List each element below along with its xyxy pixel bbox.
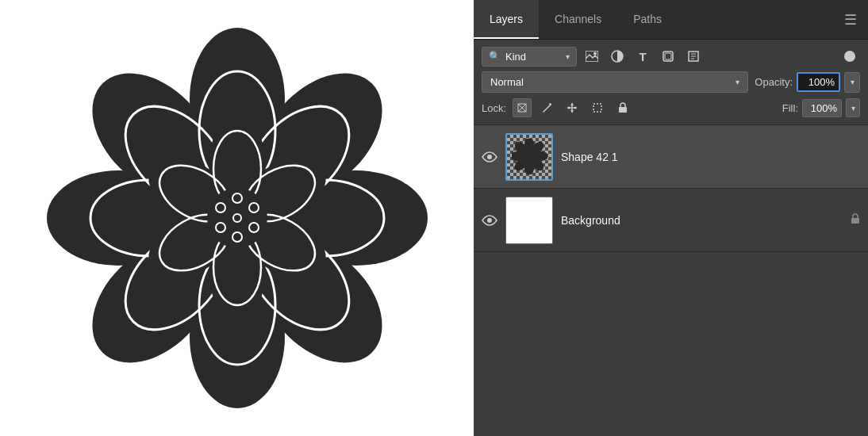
filter-adjustment-btn[interactable]: [607, 46, 628, 67]
opacity-input[interactable]: [797, 72, 840, 92]
layers-list: Shape 42 1 Background: [474, 125, 868, 436]
filter-shape-btn[interactable]: [658, 46, 678, 67]
kind-chevron: ▾: [566, 52, 570, 61]
lock-paint-btn[interactable]: [536, 98, 557, 118]
svg-rect-42: [665, 53, 671, 59]
opacity-label: Opacity:: [755, 76, 793, 88]
panel-menu-icon[interactable]: ☰: [833, 0, 868, 39]
svg-point-47: [549, 103, 551, 105]
filter-circle-btn[interactable]: [839, 46, 860, 67]
svg-rect-55: [619, 107, 627, 113]
svg-marker-50: [570, 103, 574, 105]
filter-text-btn[interactable]: T: [632, 46, 653, 67]
fill-section: Fill: ▾: [782, 98, 860, 117]
layer-thumbnail: [505, 133, 553, 181]
lock-artboard-btn[interactable]: [587, 98, 608, 118]
tab-layers[interactable]: Layers: [474, 0, 539, 39]
panel-controls: 🔍 Kind ▾ T: [474, 40, 868, 125]
svg-marker-52: [567, 106, 570, 109]
layer-visibility-toggle[interactable]: [482, 149, 497, 165]
lock-all-btn[interactable]: [613, 98, 633, 118]
svg-rect-54: [593, 104, 601, 112]
kind-dropdown[interactable]: 🔍 Kind ▾: [482, 47, 577, 67]
layer-thumbnail: [505, 197, 553, 244]
filter-smart-btn[interactable]: [683, 46, 704, 67]
opacity-section: Opacity: ▾: [755, 72, 860, 93]
svg-rect-67: [851, 218, 859, 224]
layer-visibility-toggle[interactable]: [482, 212, 497, 228]
layer-lock-icon: [851, 213, 860, 228]
lock-label: Lock:: [482, 102, 506, 114]
svg-point-39: [593, 52, 597, 55]
svg-marker-53: [574, 106, 577, 109]
layer-name: Background: [561, 214, 843, 227]
fill-input[interactable]: [802, 99, 842, 117]
opacity-chevron[interactable]: ▾: [844, 72, 860, 93]
fill-chevron[interactable]: ▾: [846, 98, 860, 117]
tab-bar: Layers Channels Paths ☰: [474, 0, 868, 40]
layers-panel: Layers Channels Paths ☰ 🔍 Kind ▾: [474, 0, 868, 436]
blend-chevron: ▾: [735, 78, 739, 86]
tab-channels[interactable]: Channels: [539, 0, 617, 39]
layer-item[interactable]: Background: [474, 189, 868, 252]
svg-point-66: [487, 218, 492, 223]
blend-mode-dropdown[interactable]: Normal ▾: [482, 71, 748, 93]
svg-point-65: [521, 148, 537, 164]
layer-item[interactable]: Shape 42 1: [474, 125, 868, 189]
canvas-area: [0, 0, 474, 436]
fill-label: Fill:: [782, 102, 798, 114]
flower-artwork: [47, 28, 428, 408]
svg-marker-51: [570, 110, 574, 113]
svg-point-56: [487, 155, 492, 159]
tab-paths[interactable]: Paths: [617, 0, 678, 39]
lock-row: Lock: Fill: ▾: [482, 98, 860, 118]
svg-point-30: [207, 188, 267, 248]
lock-pixels-btn[interactable]: [513, 98, 532, 117]
blend-row: Normal ▾ Opacity: ▾: [482, 71, 860, 93]
lock-position-btn[interactable]: [562, 98, 582, 118]
filter-row: 🔍 Kind ▾ T: [482, 46, 860, 67]
layer-name: Shape 42 1: [561, 151, 860, 163]
filter-image-btn[interactable]: [582, 46, 602, 67]
